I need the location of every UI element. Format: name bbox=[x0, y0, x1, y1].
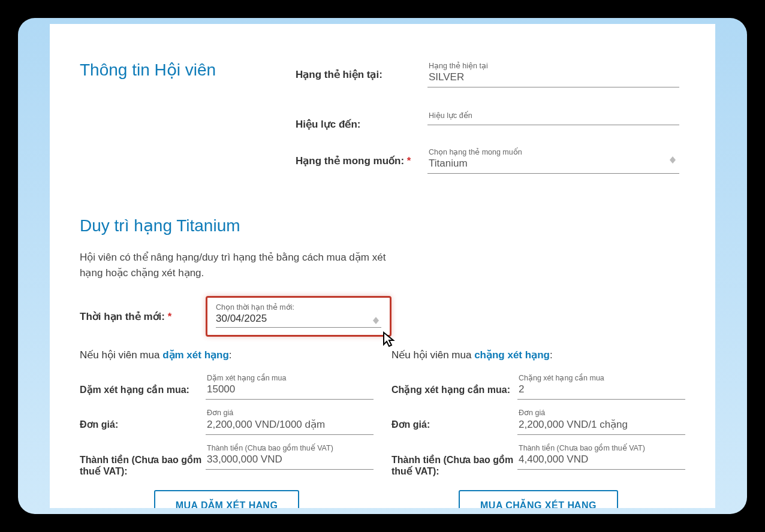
value-segments-need: 2 bbox=[519, 383, 683, 395]
label-segments-price: Đơn giá: bbox=[391, 407, 517, 430]
content-panel: Thông tin Hội viên Hạng thẻ hiện tại: Hạ… bbox=[50, 24, 715, 508]
label-segments-total: Thành tiền (Chưa bao gồm thuế VAT): bbox=[391, 442, 517, 477]
value-miles-need: 15000 bbox=[207, 383, 371, 395]
label-miles-total: Thành tiền (Chưa bao gồm thuế VAT): bbox=[80, 442, 206, 477]
chevron-updown-icon bbox=[372, 316, 380, 325]
value-segments-price: 2,200,000 VND/1 chặng bbox=[519, 418, 683, 431]
term-row: Thời hạn thẻ mới: * Chọn thời hạn thẻ mớ… bbox=[80, 296, 685, 337]
float-segments-need: Chặng xét hạng cần mua bbox=[519, 373, 683, 382]
segments-column: Nếu hội viên mua chặng xét hạng: Chặng x… bbox=[391, 349, 685, 508]
chevron-updown-icon bbox=[668, 156, 677, 164]
float-miles-price: Đơn giá bbox=[207, 408, 371, 417]
float-label-valid-until: Hiệu lực đến bbox=[429, 111, 677, 120]
purchase-columns: Nếu hội viên mua dặm xét hạng: Dặm xét h… bbox=[80, 349, 685, 508]
field-miles-need: Dặm xét hạng cần mua 15000 bbox=[206, 372, 374, 400]
miles-heading-suffix: : bbox=[229, 349, 232, 361]
field-segments-need: Chặng xét hạng cần mua 2 bbox=[517, 372, 685, 400]
miles-button-wrap: MUA DẶM XÉT HẠNG bbox=[80, 490, 374, 508]
value-new-term: 30/04/2025 bbox=[216, 313, 381, 328]
field-miles-total: Thành tiền (Chưa bao gồm thuế VAT) 33,00… bbox=[206, 442, 374, 470]
maintain-tier-section: Duy trì hạng Titanium Hội viên có thể nâ… bbox=[80, 216, 685, 508]
segments-heading: Nếu hội viên mua chặng xét hạng: bbox=[391, 349, 685, 361]
label-miles-price: Đơn giá: bbox=[80, 407, 206, 430]
value-desired-tier: Titanium bbox=[429, 158, 677, 170]
miles-column: Nếu hội viên mua dặm xét hạng: Dặm xét h… bbox=[80, 349, 374, 508]
maintain-description: Hội viên có thể nâng hạng/duy trì hạng t… bbox=[80, 250, 403, 280]
miles-heading-prefix: Nếu hội viên mua bbox=[80, 349, 162, 361]
row-segments-total: Thành tiền (Chưa bao gồm thuế VAT): Thàn… bbox=[391, 442, 685, 477]
label-new-term-text: Thời hạn thẻ mới: bbox=[80, 311, 165, 322]
cursor-icon bbox=[381, 331, 398, 348]
field-current-tier: Hạng thẻ hiện tại SILVER bbox=[427, 60, 679, 87]
select-desired-tier[interactable]: Chọn hạng thẻ mong muốn Titanium bbox=[427, 146, 679, 174]
row-miles-total: Thành tiền (Chưa bao gồm thuế VAT): Thàn… bbox=[80, 442, 374, 477]
section-title-member-info: Thông tin Hội viên bbox=[80, 60, 296, 80]
select-new-term[interactable]: Chọn thời hạn thẻ mới: 30/04/2025 bbox=[206, 296, 391, 337]
miles-heading-link[interactable]: dặm xét hạng bbox=[162, 349, 229, 361]
label-current-tier: Hạng thẻ hiện tại: bbox=[296, 60, 427, 81]
segments-button-wrap: MUA CHẶNG XÉT HẠNG bbox=[391, 490, 685, 508]
buy-segments-button[interactable]: MUA CHẶNG XÉT HẠNG bbox=[459, 490, 618, 508]
row-miles-need: Dặm xét hạng cần mua: Dặm xét hạng cần m… bbox=[80, 372, 374, 400]
required-marker: * bbox=[407, 155, 411, 167]
row-miles-price: Đơn giá: Đơn giá 2,200,000 VND/1000 dặm bbox=[80, 407, 374, 435]
float-label-current-tier: Hạng thẻ hiện tại bbox=[429, 61, 677, 70]
value-new-term-text: 30/04/2025 bbox=[216, 313, 267, 324]
float-segments-price: Đơn giá bbox=[519, 408, 683, 417]
row-segments-price: Đơn giá: Đơn giá 2,200,000 VND/1 chặng bbox=[391, 407, 685, 435]
field-segments-price: Đơn giá 2,200,000 VND/1 chặng bbox=[517, 407, 685, 435]
row-segments-need: Chặng xét hạng cần mua: Chặng xét hạng c… bbox=[391, 372, 685, 400]
buy-miles-button[interactable]: MUA DẶM XÉT HẠNG bbox=[154, 490, 300, 508]
value-current-tier: SILVER bbox=[429, 71, 677, 83]
label-new-term: Thời hạn thẻ mới: * bbox=[80, 296, 206, 323]
field-segments-total: Thành tiền (Chưa bao gồm thuế VAT) 4,400… bbox=[517, 442, 685, 470]
field-miles-price: Đơn giá 2,200,000 VND/1000 dặm bbox=[206, 407, 374, 435]
float-miles-need: Dặm xét hạng cần mua bbox=[207, 373, 371, 382]
value-miles-price: 2,200,000 VND/1000 dặm bbox=[207, 418, 371, 431]
float-label-desired-tier: Chọn hạng thẻ mong muốn bbox=[429, 147, 677, 156]
segments-heading-suffix: : bbox=[550, 349, 553, 361]
label-valid-until: Hiệu lực đến: bbox=[296, 110, 427, 131]
value-segments-total: 4,400,000 VND bbox=[519, 454, 683, 466]
value-miles-total: 33,000,000 VND bbox=[207, 454, 371, 466]
label-segments-need: Chặng xét hạng cần mua: bbox=[391, 372, 517, 395]
float-segments-total: Thành tiền (Chưa bao gồm thuế VAT) bbox=[519, 443, 683, 452]
field-valid-until: Hiệu lực đến bbox=[427, 110, 679, 125]
segments-heading-prefix: Nếu hội viên mua bbox=[391, 349, 474, 361]
device-frame: Thông tin Hội viên Hạng thẻ hiện tại: Hạ… bbox=[18, 18, 747, 514]
segments-heading-link[interactable]: chặng xét hạng bbox=[474, 349, 550, 361]
miles-heading: Nếu hội viên mua dặm xét hạng: bbox=[80, 349, 374, 361]
float-miles-total: Thành tiền (Chưa bao gồm thuế VAT) bbox=[207, 443, 371, 452]
float-label-new-term: Chọn thời hạn thẻ mới: bbox=[216, 303, 381, 312]
member-info-section: Thông tin Hội viên Hạng thẻ hiện tại: Hạ… bbox=[80, 60, 685, 174]
required-marker: * bbox=[168, 311, 172, 322]
label-desired-tier: Hạng thẻ mong muốn: * bbox=[296, 146, 427, 167]
section-title-maintain: Duy trì hạng Titanium bbox=[80, 216, 685, 235]
label-miles-need: Dặm xét hạng cần mua: bbox=[80, 372, 206, 395]
label-desired-tier-text: Hạng thẻ mong muốn: bbox=[296, 155, 404, 167]
